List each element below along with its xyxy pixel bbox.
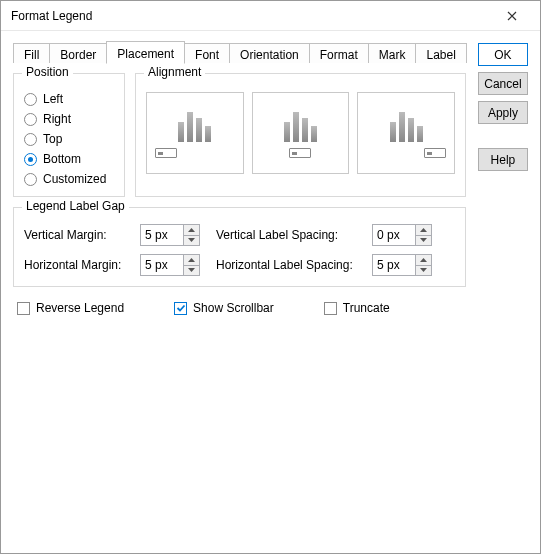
window-title: Format Legend (11, 9, 492, 23)
tab-font[interactable]: Font (184, 43, 230, 63)
help-button[interactable]: Help (478, 148, 528, 171)
vmargin-input[interactable] (141, 225, 183, 245)
show-scrollbar-label: Show Scrollbar (193, 301, 274, 315)
spin-down-icon[interactable] (184, 266, 199, 276)
bar-chart-icon (390, 108, 423, 142)
tab-label[interactable]: Label (415, 43, 466, 63)
tab-format[interactable]: Format (309, 43, 369, 63)
tab-placement[interactable]: Placement (106, 41, 185, 64)
reverse-legend-label: Reverse Legend (36, 301, 124, 315)
radio-icon (24, 133, 37, 146)
hspacing-spinner[interactable] (372, 254, 432, 276)
ok-button[interactable]: OK (478, 43, 528, 66)
bar-chart-icon (284, 108, 317, 142)
close-icon (507, 11, 517, 21)
position-radio-customized[interactable]: Customized (24, 172, 114, 186)
position-radio-bottom[interactable]: Bottom (24, 152, 114, 166)
close-button[interactable] (492, 2, 532, 30)
position-radios: LeftRightTopBottomCustomized (24, 86, 114, 186)
checkbox-icon (17, 302, 30, 315)
show-scrollbar-checkbox[interactable]: Show Scrollbar (174, 301, 274, 315)
main-panel: FillBorderPlacementFontOrientationFormat… (13, 41, 466, 541)
dialog-body: FillBorderPlacementFontOrientationFormat… (1, 31, 540, 553)
hmargin-input[interactable] (141, 255, 183, 275)
spin-up-icon[interactable] (416, 225, 431, 236)
gap-legend: Legend Label Gap (22, 199, 129, 213)
button-column: OK Cancel Apply Help (478, 41, 528, 541)
legend-icon (155, 148, 177, 158)
format-legend-dialog: Format Legend FillBorderPlacementFontOri… (0, 0, 541, 554)
alignment-previews (146, 86, 455, 174)
tab-fill[interactable]: Fill (13, 43, 50, 63)
radio-icon (24, 93, 37, 106)
alignment-group: Alignment (135, 73, 466, 197)
spin-down-icon[interactable] (184, 236, 199, 246)
spin-down-icon[interactable] (416, 236, 431, 246)
alignment-option-left[interactable] (146, 92, 244, 174)
radio-label: Left (43, 92, 63, 106)
legend-label-gap-group: Legend Label Gap Vertical Margin: Vertic… (13, 207, 466, 287)
spin-down-icon[interactable] (416, 266, 431, 276)
alignment-option-center[interactable] (252, 92, 350, 174)
position-alignment-row: Position LeftRightTopBottomCustomized Al… (13, 73, 466, 197)
legend-icon (424, 148, 446, 158)
spin-up-icon[interactable] (416, 255, 431, 266)
vspacing-input[interactable] (373, 225, 415, 245)
radio-label: Bottom (43, 152, 81, 166)
checkbox-row: Reverse Legend Show Scrollbar Truncate (13, 301, 466, 315)
vspacing-label: Vertical Label Spacing: (216, 228, 366, 242)
tab-border[interactable]: Border (49, 43, 107, 63)
radio-label: Top (43, 132, 62, 146)
radio-icon (24, 113, 37, 126)
alignment-option-right[interactable] (357, 92, 455, 174)
gap-grid: Vertical Margin: Vertical Label Spacing:… (24, 220, 455, 276)
vspacing-spinner[interactable] (372, 224, 432, 246)
checkbox-icon (174, 302, 187, 315)
radio-label: Customized (43, 172, 106, 186)
truncate-checkbox[interactable]: Truncate (324, 301, 390, 315)
position-radio-right[interactable]: Right (24, 112, 114, 126)
position-legend: Position (22, 65, 73, 79)
truncate-label: Truncate (343, 301, 390, 315)
vmargin-label: Vertical Margin: (24, 228, 134, 242)
titlebar: Format Legend (1, 1, 540, 31)
bar-chart-icon (178, 108, 211, 142)
tab-mark[interactable]: Mark (368, 43, 417, 63)
spin-up-icon[interactable] (184, 225, 199, 236)
position-radio-top[interactable]: Top (24, 132, 114, 146)
vmargin-spinner[interactable] (140, 224, 200, 246)
hspacing-input[interactable] (373, 255, 415, 275)
radio-label: Right (43, 112, 71, 126)
hspacing-label: Horizontal Label Spacing: (216, 258, 366, 272)
legend-icon (289, 148, 311, 158)
apply-button[interactable]: Apply (478, 101, 528, 124)
spin-up-icon[interactable] (184, 255, 199, 266)
cancel-button[interactable]: Cancel (478, 72, 528, 95)
hmargin-label: Horizontal Margin: (24, 258, 134, 272)
radio-icon (24, 173, 37, 186)
radio-icon (24, 153, 37, 166)
position-group: Position LeftRightTopBottomCustomized (13, 73, 125, 197)
tab-orientation[interactable]: Orientation (229, 43, 310, 63)
reverse-legend-checkbox[interactable]: Reverse Legend (17, 301, 124, 315)
alignment-legend: Alignment (144, 65, 205, 79)
hmargin-spinner[interactable] (140, 254, 200, 276)
position-radio-left[interactable]: Left (24, 92, 114, 106)
checkbox-icon (324, 302, 337, 315)
tab-strip: FillBorderPlacementFontOrientationFormat… (13, 41, 466, 63)
